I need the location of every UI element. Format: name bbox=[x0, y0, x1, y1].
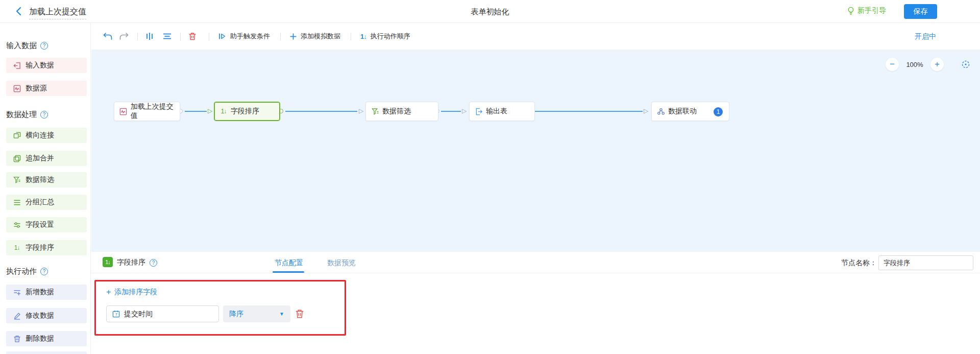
zoom-out-button[interactable]: − bbox=[886, 58, 899, 71]
section-header-process: 数据处理 ? bbox=[6, 110, 48, 119]
field-sort-icon: 1↓ bbox=[13, 244, 21, 252]
help-icon[interactable]: ? bbox=[150, 259, 157, 267]
append-merge-icon bbox=[13, 154, 21, 162]
trigger-play-icon bbox=[218, 33, 226, 40]
panel-header: 1↓ 字段排序 ? 节点配置 数据预览 节点名称： bbox=[91, 252, 980, 273]
action-order-button[interactable]: 1↓ 执行动作顺序 bbox=[360, 32, 410, 41]
node-name-label: 节点名称： bbox=[841, 258, 877, 268]
calendar-icon: 7 bbox=[112, 310, 120, 318]
undo-icon[interactable] bbox=[103, 31, 113, 41]
beginner-guide-button[interactable]: 新手引导 bbox=[847, 6, 886, 15]
field-sort-icon: 1↓ bbox=[103, 257, 113, 267]
section-header-input: 输入数据 ? bbox=[6, 41, 48, 50]
plus-icon bbox=[290, 33, 297, 40]
tab-node-config[interactable]: 节点配置 bbox=[275, 258, 303, 268]
tab-data-preview[interactable]: 数据预览 bbox=[327, 258, 356, 268]
flow-canvas[interactable]: − 100% + ▷ ▷ ▷ ▷ 加载上次提交值 1↓ 字段排序 数 bbox=[91, 50, 980, 252]
flow-connector bbox=[535, 111, 643, 112]
add-mock-data-button[interactable]: 添加模拟数据 bbox=[290, 32, 340, 41]
delete-icon bbox=[13, 335, 21, 343]
node-data-linkage[interactable]: 数据联动 1 bbox=[651, 102, 729, 121]
flow-connector bbox=[185, 111, 207, 112]
horizontal-join-icon bbox=[13, 131, 21, 139]
arrow-icon: ▷ bbox=[644, 107, 648, 115]
arrow-icon: ▷ bbox=[462, 107, 467, 115]
node-load-last-submit[interactable]: 加载上次提交值 bbox=[114, 102, 180, 121]
divider bbox=[351, 33, 351, 40]
sort-field-select[interactable]: 7 提交时间 bbox=[106, 305, 219, 322]
sort-order-select[interactable]: 降序 ▼ bbox=[223, 305, 290, 322]
sidebar-item-modify-data[interactable]: 修改数据 bbox=[6, 308, 87, 323]
sidebar-item-append-merge[interactable]: 追加合并 bbox=[6, 151, 87, 166]
divider bbox=[280, 33, 281, 40]
datasource-icon bbox=[119, 107, 128, 115]
help-icon[interactable]: ? bbox=[40, 42, 48, 50]
divider bbox=[209, 33, 209, 40]
svg-text:7: 7 bbox=[115, 312, 117, 317]
guide-label: 新手引导 bbox=[857, 6, 886, 15]
lightbulb-icon bbox=[847, 7, 854, 15]
sidebar-item-delete-data[interactable]: 删除数据 bbox=[6, 331, 87, 346]
output-table-icon bbox=[475, 107, 483, 115]
field-sort-icon: 1↓ bbox=[219, 107, 228, 115]
app-root: 加载上次提交值 表单初始化 新手引导 保存 输入数据 ? 输入数据 数据源 数据… bbox=[0, 0, 980, 354]
data-linkage-icon bbox=[657, 107, 665, 115]
datasource-icon bbox=[13, 84, 21, 92]
arrow-icon: ▷ bbox=[208, 107, 212, 115]
status-toggle[interactable]: 开启中 bbox=[915, 32, 936, 41]
canvas-toolbar: 助手触发条件 添加模拟数据 1↓ 执行动作顺序 开启中 bbox=[91, 23, 980, 50]
plus-icon: + bbox=[106, 289, 111, 296]
node-field-sort[interactable]: 1↓ 字段排序 bbox=[214, 102, 280, 121]
flow-connector bbox=[285, 111, 357, 112]
panel-title: 字段排序 ? bbox=[117, 258, 157, 267]
redo-icon[interactable] bbox=[119, 31, 129, 41]
field-settings-icon bbox=[13, 221, 21, 229]
help-icon[interactable]: ? bbox=[40, 268, 48, 275]
sidebar-item-input-data[interactable]: 输入数据 bbox=[6, 58, 87, 73]
add-sort-field-button[interactable]: + 添加排序字段 bbox=[106, 288, 157, 297]
add-data-icon bbox=[13, 288, 21, 296]
sidebar-item-data-filter[interactable]: 数据筛选 bbox=[6, 172, 87, 187]
delete-sort-field-icon[interactable] bbox=[295, 309, 304, 319]
top-bar: 加载上次提交值 表单初始化 新手引导 保存 bbox=[0, 0, 980, 23]
sidebar-item-group-summary[interactable]: 分组汇总 bbox=[6, 195, 87, 210]
node-data-filter[interactable]: 数据筛选 bbox=[365, 102, 438, 121]
arrow-icon: ▷ bbox=[359, 107, 363, 115]
save-button[interactable]: 保存 bbox=[904, 4, 937, 19]
sidebar-item-add-data[interactable]: 新增数据 bbox=[6, 285, 87, 300]
caret-down-icon: ▼ bbox=[279, 311, 284, 317]
active-tab-indicator bbox=[273, 271, 304, 273]
edit-icon bbox=[13, 312, 21, 320]
divider bbox=[180, 33, 181, 40]
zoom-level: 100% bbox=[899, 61, 930, 68]
node-output-table[interactable]: 输出表 bbox=[469, 102, 535, 121]
sidebar-item-partial[interactable] bbox=[6, 351, 87, 354]
filter-icon bbox=[13, 176, 21, 184]
assistant-trigger-button[interactable]: 助手触发条件 bbox=[218, 32, 270, 41]
filter-icon bbox=[371, 107, 379, 115]
trash-icon[interactable] bbox=[187, 31, 198, 41]
align-lines-icon[interactable] bbox=[162, 31, 172, 41]
sidebar-item-horizontal-join[interactable]: 横向连接 bbox=[6, 128, 87, 143]
sidebar: 输入数据 ? 输入数据 数据源 数据处理 ? 横向连接 追加合并 数据筛选 bbox=[0, 23, 91, 354]
section-header-action: 执行动作 ? bbox=[6, 267, 48, 276]
flow-connector bbox=[441, 111, 461, 112]
group-summary-icon bbox=[13, 198, 21, 206]
sidebar-item-field-sort[interactable]: 1↓ 字段排序 bbox=[6, 240, 87, 255]
node-name-input[interactable] bbox=[878, 255, 973, 270]
sort-order-icon: 1↓ bbox=[360, 33, 366, 40]
node-badge: 1 bbox=[714, 107, 723, 116]
sidebar-item-field-settings[interactable]: 字段设置 bbox=[6, 217, 87, 232]
zoom-in-button[interactable]: + bbox=[930, 58, 944, 71]
config-panel: 1↓ 字段排序 ? 节点配置 数据预览 节点名称： + 添加排序字段 7 提交时… bbox=[91, 252, 980, 354]
page-title: 表单初始化 bbox=[0, 7, 980, 17]
help-icon[interactable]: ? bbox=[40, 111, 48, 119]
sidebar-item-datasource[interactable]: 数据源 bbox=[6, 81, 87, 96]
locate-icon[interactable] bbox=[960, 59, 971, 70]
divider bbox=[137, 33, 138, 40]
distribute-horizontal-icon[interactable] bbox=[144, 31, 155, 41]
import-icon bbox=[13, 61, 21, 69]
zoom-controls: − 100% + bbox=[886, 58, 971, 71]
